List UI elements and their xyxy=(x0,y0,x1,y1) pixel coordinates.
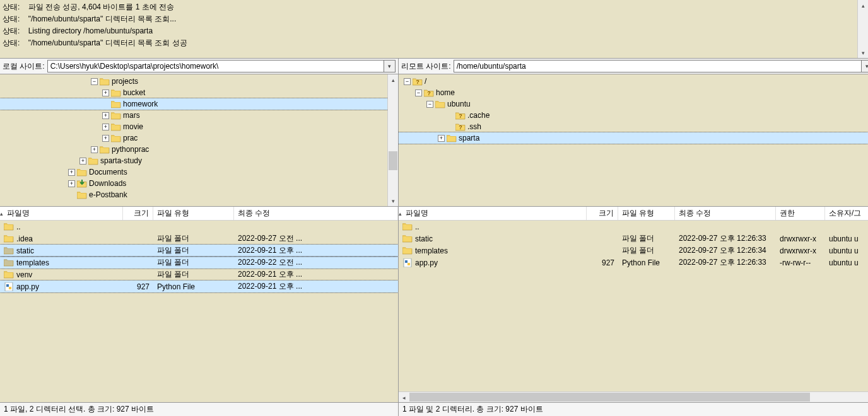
tree-twisty[interactable]: + xyxy=(79,158,86,165)
log-line: 상태: 파일 전송 성공, 4,604 바이트를 1 초에 전송 xyxy=(0,1,868,13)
log-line: 상태: "/home/ubuntu/sparta" 디렉터리 목록 조회... xyxy=(0,13,868,25)
tree-item[interactable]: +sparta xyxy=(399,132,868,144)
file-name: venv xyxy=(16,270,32,279)
local-tree-scrollbar[interactable]: ▴ ▾ xyxy=(387,74,398,206)
file-icon xyxy=(402,258,413,267)
local-status-bar: 1 파일, 2 디렉터리 선택. 총 크기: 927 바이트 xyxy=(0,402,398,416)
remote-list-hscrollbar[interactable]: ◂ ▸ xyxy=(399,391,868,402)
file-modified: 2022-09-27 오후 12:26:34 xyxy=(675,245,776,256)
file-type: 파일 폴더 xyxy=(618,233,675,244)
tree-item[interactable]: −?home xyxy=(399,87,868,98)
local-tree-pane[interactable]: −projects+buckethomework+mars+movie+prac… xyxy=(0,74,398,207)
list-row[interactable]: venv파일 폴더2022-09-21 오후 ... xyxy=(0,269,398,280)
tree-twisty[interactable]: − xyxy=(415,90,422,96)
local-path-input[interactable] xyxy=(47,60,384,72)
file-icon xyxy=(4,258,14,267)
log-scrollbar[interactable]: ▴ ▾ xyxy=(857,0,868,58)
tree-twisty[interactable]: + xyxy=(102,135,109,142)
folder-icon xyxy=(100,145,110,154)
list-row[interactable]: .. xyxy=(399,221,868,233)
tree-item[interactable]: ?.cache xyxy=(399,110,868,121)
remote-tree-pane[interactable]: −?/−?home−ubuntu?.cache?.ssh+sparta xyxy=(399,74,868,207)
tree-twisty[interactable]: + xyxy=(102,90,109,96)
remote-path-input[interactable] xyxy=(454,60,862,72)
tree-twisty[interactable]: − xyxy=(404,78,411,85)
list-row[interactable]: app.py927Python File2022-09-27 오후 12:26:… xyxy=(399,257,868,269)
tree-twisty[interactable]: + xyxy=(102,124,109,130)
file-modified: 2022-09-21 오후 ... xyxy=(234,269,398,280)
remote-status-text: 1 파일 및 2 디렉터리. 총 크기: 927 바이트 xyxy=(402,404,543,415)
list-row[interactable]: templates파일 폴더2022-09-27 오후 12:26:34drwx… xyxy=(399,245,868,257)
tree-item[interactable]: +sparta-study xyxy=(0,155,398,166)
local-pane: 로컬 사이트: ▾ −projects+buckethomework+mars+… xyxy=(0,59,399,416)
tree-twisty[interactable]: + xyxy=(68,169,75,176)
col-header-modified[interactable]: 최종 수정 xyxy=(234,207,398,220)
tree-item[interactable]: +prac xyxy=(0,132,398,144)
remote-path-dropdown[interactable]: ▾ xyxy=(862,60,868,72)
tree-twisty[interactable]: + xyxy=(68,180,75,187)
col-header-owner[interactable]: 소유자/그 xyxy=(825,207,868,220)
tree-item-label: e-Postbank xyxy=(89,190,127,199)
folder-icon xyxy=(447,134,457,142)
tree-item[interactable]: −?/ xyxy=(399,76,868,87)
tree-item-label: Documents xyxy=(89,168,127,176)
local-list-pane[interactable]: ▴파일명 크기 파일 유형 최종 수정 ...idea파일 폴더2022-09-… xyxy=(0,207,398,402)
tree-item[interactable]: e-Postbank xyxy=(0,189,398,200)
scroll-up-icon[interactable]: ▴ xyxy=(858,0,868,11)
scroll-down-icon[interactable]: ▾ xyxy=(858,47,868,58)
svg-text:?: ? xyxy=(459,113,462,119)
list-row[interactable]: .. xyxy=(0,221,398,233)
tree-twisty[interactable]: − xyxy=(426,101,433,108)
col-header-modified[interactable]: 최종 수정 xyxy=(675,207,776,220)
col-header-size[interactable]: 크기 xyxy=(123,207,153,220)
file-name: app.py xyxy=(16,282,39,291)
tree-item[interactable]: +Documents xyxy=(0,166,398,178)
remote-list-pane[interactable]: ▴파일명 크기 파일 유형 최종 수정 권한 소유자/그 ..static파일 … xyxy=(399,207,868,402)
file-type: 파일 폴더 xyxy=(153,257,234,268)
list-row[interactable]: app.py927Python File2022-09-21 오후 ... xyxy=(0,280,398,292)
tree-item[interactable]: −projects xyxy=(0,76,398,87)
file-modified: 2022-09-21 오후 ... xyxy=(234,245,398,256)
tree-twisty[interactable]: + xyxy=(438,135,445,142)
col-header-name[interactable]: ▴파일명 xyxy=(399,207,587,220)
tree-item-label: mars xyxy=(123,111,140,120)
tree-item[interactable]: +bucket xyxy=(0,87,398,98)
file-type: 파일 폴더 xyxy=(153,269,234,280)
list-row[interactable]: templates파일 폴더2022-09-22 오전 ... xyxy=(0,257,398,269)
tree-item[interactable]: +Downloads xyxy=(0,178,398,189)
file-type: 파일 폴더 xyxy=(153,245,234,256)
list-row[interactable]: .idea파일 폴더2022-09-27 오전 ... xyxy=(0,233,398,245)
file-icon xyxy=(4,246,14,255)
list-row[interactable]: static파일 폴더2022-09-27 오후 12:26:33drwxrwx… xyxy=(399,233,868,245)
tree-item[interactable]: homework xyxy=(0,98,398,110)
scroll-down-icon[interactable]: ▾ xyxy=(388,195,398,206)
col-header-type[interactable]: 파일 유형 xyxy=(618,207,675,220)
file-type: Python File xyxy=(618,258,675,267)
file-icon xyxy=(402,222,413,231)
local-list-header[interactable]: ▴파일명 크기 파일 유형 최종 수정 xyxy=(0,207,398,221)
col-header-perm[interactable]: 권한 xyxy=(776,207,825,220)
tree-item[interactable]: +pythonprac xyxy=(0,144,398,155)
folder-icon xyxy=(111,100,121,108)
scroll-up-icon[interactable]: ▴ xyxy=(388,74,398,85)
local-path-dropdown[interactable]: ▾ xyxy=(384,60,396,72)
scroll-right-icon[interactable]: ▸ xyxy=(865,392,868,402)
remote-list-header[interactable]: ▴파일명 크기 파일 유형 최종 수정 권한 소유자/그 xyxy=(399,207,868,221)
tree-twisty[interactable]: + xyxy=(91,146,98,153)
tree-item-label: Downloads xyxy=(89,179,126,188)
file-name: templates xyxy=(415,246,448,255)
folder-unknown-icon: ? xyxy=(455,122,466,131)
tree-twisty[interactable]: + xyxy=(102,112,109,119)
tree-item-label: / xyxy=(425,77,426,86)
tree-item[interactable]: +movie xyxy=(0,121,398,132)
tree-item[interactable]: −ubuntu xyxy=(399,98,868,110)
tree-twisty[interactable]: − xyxy=(91,78,98,85)
scroll-left-icon[interactable]: ◂ xyxy=(399,392,409,402)
list-row[interactable]: static파일 폴더2022-09-21 오후 ... xyxy=(0,245,398,257)
col-header-name[interactable]: ▴파일명 xyxy=(0,207,123,220)
col-header-size[interactable]: 크기 xyxy=(587,207,618,220)
tree-item[interactable]: ?.ssh xyxy=(399,121,868,132)
col-header-type[interactable]: 파일 유형 xyxy=(153,207,234,220)
tree-item[interactable]: +mars xyxy=(0,110,398,121)
svg-rect-9 xyxy=(408,263,410,265)
